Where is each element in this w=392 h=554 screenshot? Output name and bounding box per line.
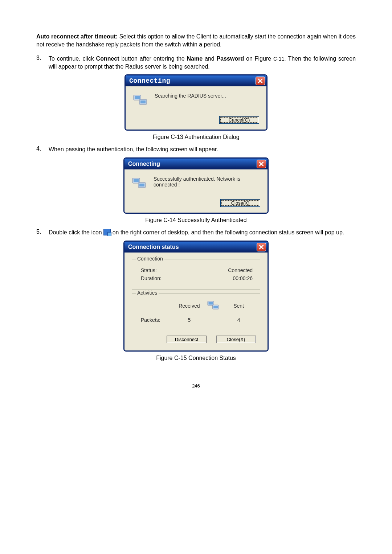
svg-rect-5 (134, 179, 139, 182)
close-icon[interactable] (256, 77, 265, 85)
duration-value: 00:00:26 (233, 275, 255, 281)
svg-rect-7 (139, 184, 144, 186)
dialog-message: Successfully authenticated. Network is c… (154, 176, 260, 188)
close-icon[interactable] (257, 243, 266, 251)
step-4-number: 4. (36, 145, 49, 152)
intro-paragraph: Auto reconnect after timeout: Select thi… (36, 33, 356, 48)
step-4-text: When passing the authentication, the fol… (49, 145, 356, 153)
figure-caption-c13: Figure C-13 Authentication Dialog (36, 134, 356, 140)
step-5-number: 5. (36, 229, 49, 235)
received-value: 5 (173, 317, 205, 323)
step-3-text: To continue, click Connect button after … (49, 55, 356, 70)
figure-caption-c15: Figure C-15 Connection Status (36, 355, 356, 361)
dialog-connection-status: Connection status Connection Status: Con… (124, 241, 268, 351)
svg-rect-11 (214, 305, 218, 308)
sent-value: 4 (222, 317, 255, 323)
dialog-title: Connecting (128, 161, 160, 167)
dialog-connecting-success: Connecting Successfully authenticated. N… (124, 158, 268, 213)
close-button[interactable]: Close(X) (216, 336, 256, 343)
close-button[interactable]: Close(X) (220, 199, 260, 207)
duration-label: Duration: (137, 275, 162, 281)
step-3-number: 3. (36, 55, 49, 61)
svg-rect-3 (140, 100, 146, 103)
cancel-button[interactable]: Cancel(C) (219, 116, 259, 124)
dialog-title: Connection status (128, 244, 179, 250)
network-icon (132, 176, 148, 190)
svg-rect-1 (135, 96, 140, 99)
disconnect-button[interactable]: Disconnect (167, 336, 207, 343)
step-5-text: Double click the icon on the right corne… (49, 229, 356, 237)
group-activities-title: Activities (136, 290, 159, 296)
close-icon[interactable] (257, 160, 266, 168)
group-connection-title: Connection (136, 256, 164, 262)
status-label: Status: (137, 267, 157, 273)
packets-label: Packets: (137, 317, 173, 323)
dialog-message: Searching the RADIUS server... (155, 93, 226, 99)
titlebar: Connecting (126, 75, 266, 86)
step-4: 4. When passing the authentication, the … (36, 145, 356, 153)
dialog-connecting-searching: Connecting Searching the RADIUS server..… (125, 75, 267, 130)
group-connection: Connection Status: Connected Duration: 0… (132, 259, 260, 290)
tray-network-icon (103, 229, 111, 235)
sent-label: Sent (222, 303, 255, 309)
network-icon (133, 93, 149, 107)
titlebar: Connection status (124, 242, 268, 253)
svg-rect-9 (209, 302, 213, 304)
intro-bold: Auto reconnect after timeout: (36, 33, 118, 40)
titlebar: Connecting (124, 159, 268, 169)
page-number: 246 (36, 383, 356, 389)
status-value: Connected (228, 267, 255, 273)
group-activities: Activities Received Sent (132, 293, 260, 329)
figure-caption-c14: Figure C-14 Successfully Authenticated (36, 217, 356, 223)
received-label: Received (173, 303, 205, 309)
step-3: 3. To continue, click Connect button aft… (36, 55, 356, 70)
dialog-title: Connecting (129, 77, 170, 85)
network-icon (205, 299, 222, 313)
step-5: 5. Double click the icon on the right co… (36, 229, 356, 237)
